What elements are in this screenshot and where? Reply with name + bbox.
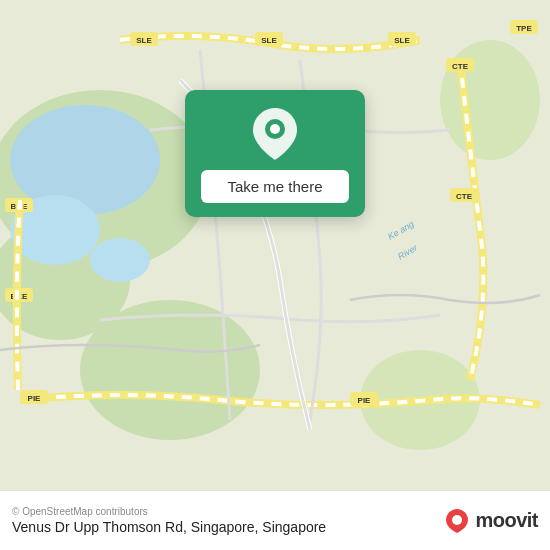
location-card: Take me there [185, 90, 365, 217]
svg-point-6 [10, 105, 160, 215]
map-background: SLE SLE SLE CTE CTE PIE PIE BKE BKE TPE [0, 0, 550, 490]
svg-text:PIE: PIE [28, 394, 42, 403]
bottom-info: © OpenStreetMap contributors Venus Dr Up… [12, 506, 326, 535]
osm-attribution: © OpenStreetMap contributors [12, 506, 326, 517]
moovit-pin-icon [443, 507, 471, 535]
map-container: SLE SLE SLE CTE CTE PIE PIE BKE BKE TPE [0, 0, 550, 490]
svg-text:CTE: CTE [452, 62, 469, 71]
svg-text:SLE: SLE [394, 36, 410, 45]
moovit-logo: moovit [443, 507, 538, 535]
svg-point-32 [270, 124, 280, 134]
svg-text:TPE: TPE [516, 24, 532, 33]
svg-text:SLE: SLE [136, 36, 152, 45]
moovit-brand-text: moovit [475, 509, 538, 532]
bottom-bar: © OpenStreetMap contributors Venus Dr Up… [0, 490, 550, 550]
svg-text:PIE: PIE [358, 396, 372, 405]
svg-point-8 [90, 238, 150, 282]
location-label: Venus Dr Upp Thomson Rd, Singapore, Sing… [12, 519, 326, 535]
take-me-there-button[interactable]: Take me there [201, 170, 349, 203]
svg-text:CTE: CTE [456, 192, 473, 201]
svg-text:SLE: SLE [261, 36, 277, 45]
svg-point-33 [452, 515, 462, 525]
pin-icon [251, 110, 299, 158]
svg-point-3 [80, 300, 260, 440]
